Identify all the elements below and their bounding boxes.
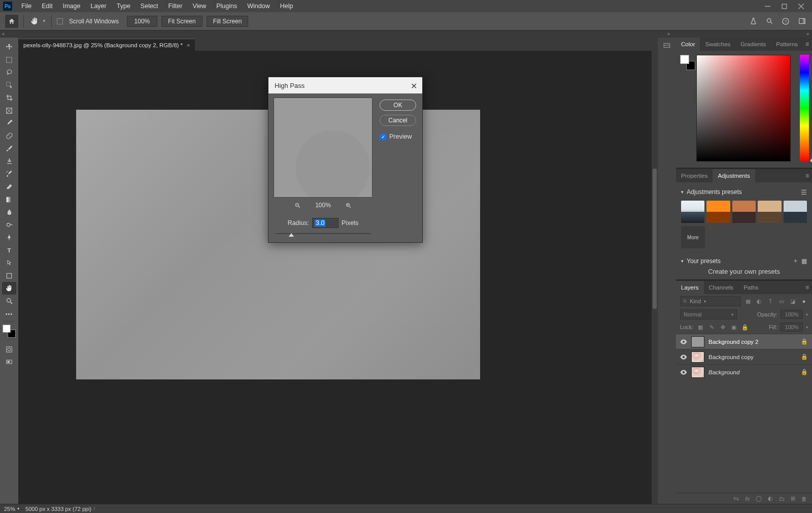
filter-type-icon[interactable]: T <box>766 297 774 305</box>
menu-select[interactable]: Select <box>136 1 163 12</box>
pen-tool[interactable] <box>2 231 16 244</box>
menu-layer[interactable]: Layer <box>85 1 111 12</box>
preview-checkbox[interactable]: ✓ <box>380 134 386 140</box>
chevron-down-icon[interactable]: ▾ <box>806 312 808 317</box>
layer-thumb[interactable] <box>691 351 704 363</box>
menu-filter[interactable]: Filter <box>163 1 188 12</box>
document-tab[interactable]: pexels-olly-948873.jpg @ 25% (Background… <box>18 39 195 51</box>
preset-thumb[interactable] <box>784 201 807 223</box>
status-zoom[interactable]: 25%▾ <box>4 506 19 512</box>
tab-color[interactable]: Color <box>676 38 700 51</box>
fill-screen-button[interactable]: Fill Screen <box>207 16 249 27</box>
dodge-tool[interactable] <box>2 218 16 231</box>
frame-tool[interactable] <box>2 104 16 117</box>
new-adjustment-icon[interactable]: ◐ <box>768 495 773 502</box>
layer-name[interactable]: Background <box>708 369 797 375</box>
scroll-all-checkbox[interactable] <box>57 18 63 24</box>
layer-filter-kind[interactable]: Kind ▾ <box>680 296 741 306</box>
foreground-background-colors[interactable] <box>3 325 16 338</box>
radius-slider[interactable] <box>276 233 371 234</box>
crop-tool[interactable] <box>2 91 16 104</box>
tab-channels[interactable]: Channels <box>704 281 739 294</box>
vertical-scrollbar[interactable] <box>652 51 658 504</box>
fit-screen-button[interactable]: Fit Screen <box>161 16 202 27</box>
radius-input[interactable]: 3.0 <box>312 218 339 228</box>
layer-thumb[interactable] <box>691 336 704 347</box>
history-brush-tool[interactable] <box>2 168 16 180</box>
list-view-icon[interactable]: ☰ <box>801 188 807 196</box>
selection-tool[interactable] <box>2 79 16 91</box>
scrollbar-thumb[interactable] <box>653 169 657 309</box>
search-icon[interactable] <box>764 16 774 26</box>
preset-thumb[interactable] <box>758 201 781 223</box>
preset-thumb[interactable] <box>681 201 704 223</box>
filter-pixel-icon[interactable]: ▦ <box>744 297 752 305</box>
layer-mask-icon[interactable]: ◯ <box>756 495 762 502</box>
zoom-level-field[interactable]: 100% <box>127 16 157 27</box>
layer-item[interactable]: Background🔒 <box>676 364 812 379</box>
blur-tool[interactable] <box>2 206 16 218</box>
eyedropper-tool[interactable] <box>2 117 16 130</box>
preset-thumb[interactable] <box>732 201 756 223</box>
lock-artboard-icon[interactable]: ▣ <box>730 323 738 331</box>
shape-tool[interactable] <box>2 269 16 282</box>
dialog-title-bar[interactable]: High Pass ✕ <box>268 77 422 93</box>
visibility-toggle[interactable] <box>680 339 687 344</box>
lock-icon[interactable]: 🔒 <box>801 369 808 375</box>
color-field[interactable] <box>696 55 791 162</box>
status-doc-dims[interactable]: 5000 px x 3333 px (72 ppi)〉 <box>25 506 97 512</box>
layer-fx-icon[interactable]: fx <box>745 496 750 502</box>
lock-icon[interactable]: 🔒 <box>801 354 808 360</box>
your-presets-header[interactable]: ▾ Your presets +▦ <box>681 258 807 265</box>
tab-paths[interactable]: Paths <box>738 281 763 294</box>
type-tool[interactable]: T <box>2 244 16 256</box>
expand-mid-icon[interactable]: « <box>667 31 670 37</box>
window-maximize-button[interactable] <box>782 4 787 9</box>
cancel-button[interactable]: Cancel <box>380 115 416 126</box>
more-presets-button[interactable]: More <box>681 226 705 248</box>
adjustments-presets-header[interactable]: ▾ Adjustments presets ☰ <box>681 188 807 196</box>
lock-icon[interactable]: 🔒 <box>801 338 808 345</box>
home-button[interactable] <box>5 15 18 28</box>
lock-transparency-icon[interactable]: ▩ <box>696 323 704 331</box>
path-select-tool[interactable] <box>2 256 16 269</box>
stamp-tool[interactable] <box>2 155 16 168</box>
beaker-icon[interactable] <box>748 16 758 26</box>
filter-smart-icon[interactable]: ◪ <box>789 297 797 305</box>
hue-slider[interactable] <box>800 55 809 162</box>
edit-toolbar-button[interactable]: ••• <box>2 307 16 320</box>
gradient-tool[interactable] <box>2 193 16 206</box>
visibility-toggle[interactable] <box>680 370 687 375</box>
healing-tool[interactable] <box>2 130 16 142</box>
link-layers-icon[interactable]: ⮀ <box>733 496 739 502</box>
zoom-in-icon[interactable] <box>345 202 352 209</box>
quick-mask-button[interactable] <box>2 343 16 356</box>
tool-preset-dropdown[interactable]: ▼ <box>42 19 46 23</box>
menu-help[interactable]: Help <box>275 1 298 12</box>
help-icon[interactable]: ? <box>781 16 791 26</box>
zoom-tool[interactable] <box>2 295 16 307</box>
expand-right-icon[interactable]: » <box>806 31 809 37</box>
lock-position-icon[interactable]: ✥ <box>719 323 727 331</box>
layer-name[interactable]: Background copy <box>708 354 797 360</box>
menu-edit[interactable]: Edit <box>37 1 58 12</box>
preview-checkbox-row[interactable]: ✓ Preview <box>380 133 416 140</box>
delete-layer-icon[interactable]: 🗑 <box>801 496 807 502</box>
lock-all-icon[interactable]: 🔒 <box>741 323 749 331</box>
opacity-field[interactable]: 100% <box>781 310 803 319</box>
blend-mode-select[interactable]: Normal▾ <box>680 309 737 319</box>
filter-shape-icon[interactable]: ▭ <box>777 297 786 305</box>
screen-mode-button[interactable] <box>2 356 16 368</box>
panel-menu-icon[interactable]: ≡ <box>805 284 809 291</box>
layer-thumb[interactable] <box>691 367 704 378</box>
menu-window[interactable]: Window <box>242 1 275 12</box>
menu-plugins[interactable]: Plugins <box>211 1 242 12</box>
zoom-out-icon[interactable] <box>294 202 301 209</box>
workspace-switcher-icon[interactable] <box>797 16 807 26</box>
eraser-tool[interactable] <box>2 180 16 193</box>
new-layer-icon[interactable]: ⊞ <box>791 495 795 502</box>
close-tab-icon[interactable]: × <box>187 42 190 48</box>
panel-menu-icon[interactable]: ≡ <box>805 41 809 48</box>
move-tool[interactable] <box>2 41 16 53</box>
window-close-button[interactable] <box>798 4 804 9</box>
